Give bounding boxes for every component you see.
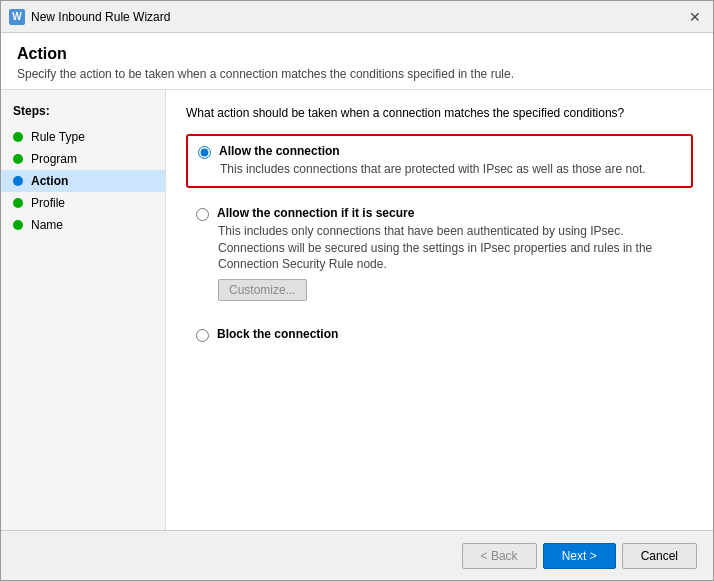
steps-label: Steps: — [1, 100, 165, 126]
option-block-connection-row: Block the connection — [196, 327, 683, 342]
sidebar-item-action[interactable]: Action — [1, 170, 165, 192]
footer: < Back Next > Cancel — [1, 530, 713, 580]
option-allow-if-secure-row: Allow the connection if it is secure — [196, 206, 683, 221]
wizard-window: W New Inbound Rule Wizard ✕ Action Speci… — [0, 0, 714, 581]
dot-rule-type — [13, 132, 23, 142]
back-button[interactable]: < Back — [462, 543, 537, 569]
cancel-button[interactable]: Cancel — [622, 543, 697, 569]
label-allow-if-secure[interactable]: Allow the connection if it is secure — [217, 206, 414, 220]
dot-name — [13, 220, 23, 230]
customize-button[interactable]: Customize... — [218, 279, 307, 301]
desc-allow-if-secure: This includes only connections that have… — [218, 223, 683, 273]
dot-profile — [13, 198, 23, 208]
sidebar-item-program[interactable]: Program — [1, 148, 165, 170]
dot-action — [13, 176, 23, 186]
label-allow-connection[interactable]: Allow the connection — [219, 144, 340, 158]
sidebar: Steps: Rule Type Program Action Profile … — [1, 90, 166, 530]
window-title: New Inbound Rule Wizard — [31, 10, 685, 24]
option-allow-if-secure-box: Allow the connection if it is secure Thi… — [186, 198, 693, 309]
option-block-connection-box: Block the connection — [186, 319, 693, 352]
next-button[interactable]: Next > — [543, 543, 616, 569]
titlebar: W New Inbound Rule Wizard ✕ — [1, 1, 713, 33]
close-button[interactable]: ✕ — [685, 7, 705, 27]
desc-allow-connection: This includes connections that are prote… — [220, 161, 681, 178]
question-text: What action should be taken when a conne… — [186, 106, 693, 120]
dot-program — [13, 154, 23, 164]
sidebar-item-name[interactable]: Name — [1, 214, 165, 236]
page-description: Specify the action to be taken when a co… — [17, 67, 697, 81]
radio-allow-connection[interactable] — [198, 146, 211, 159]
option-allow-connection-box: Allow the connection This includes conne… — [186, 134, 693, 188]
radio-block-connection[interactable] — [196, 329, 209, 342]
sidebar-item-profile[interactable]: Profile — [1, 192, 165, 214]
window-icon: W — [9, 9, 25, 25]
page-title: Action — [17, 45, 697, 63]
option-allow-connection-row: Allow the connection — [198, 144, 681, 159]
radio-allow-if-secure[interactable] — [196, 208, 209, 221]
label-block-connection[interactable]: Block the connection — [217, 327, 338, 341]
right-panel: What action should be taken when a conne… — [166, 90, 713, 530]
content-header: Action Specify the action to be taken wh… — [1, 33, 713, 90]
sidebar-item-rule-type[interactable]: Rule Type — [1, 126, 165, 148]
main-area: Steps: Rule Type Program Action Profile … — [1, 90, 713, 530]
